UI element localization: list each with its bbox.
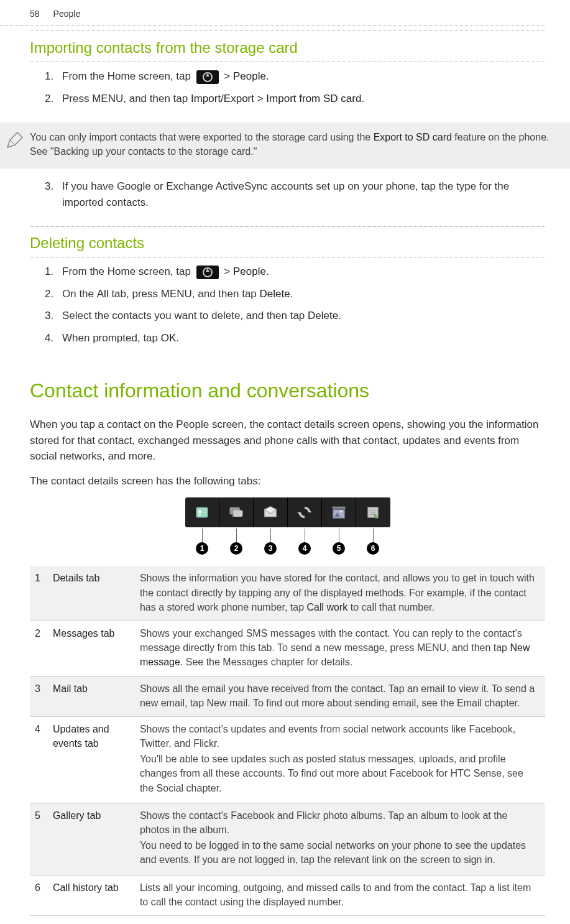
page-header: 58 People <box>0 0 545 26</box>
tab-description: Shows the contact's Facebook and Flickr … <box>135 803 545 875</box>
callout-number: 5 <box>333 542 345 555</box>
step: 3. Select the contacts you want to delet… <box>62 308 545 324</box>
people-label: People <box>233 266 266 277</box>
callout-number: 2 <box>230 542 242 555</box>
callout: 3 <box>254 529 288 555</box>
step-number: 1. <box>45 68 53 85</box>
table-row: 4Updates and events tabShows the contact… <box>30 716 545 803</box>
svg-rect-4 <box>203 510 206 511</box>
importing-steps-continued: 3. If you have Google or Exchange Active… <box>30 172 545 223</box>
subheading-importing: Importing contacts from the storage card <box>30 30 545 62</box>
subheading-deleting: Deleting contacts <box>30 229 545 257</box>
updates-tab-icon <box>288 497 322 527</box>
callout-row: 1 2 3 4 5 6 <box>185 529 390 555</box>
step-text: . <box>361 93 364 104</box>
tab-name: Updates and events tab <box>48 716 135 803</box>
step-number: 2. <box>45 286 53 302</box>
tabs-figure: 1 2 3 4 5 6 <box>185 497 390 555</box>
people-label: People <box>233 70 266 82</box>
mail-tab-icon <box>254 497 288 527</box>
step-text: . <box>266 70 269 82</box>
svg-rect-7 <box>233 511 242 517</box>
tab-number: 4 <box>30 716 48 803</box>
step-text: If you have Google or Exchange ActiveSyn… <box>62 180 509 208</box>
step-text: From the Home screen, tap <box>62 70 194 82</box>
page-number: 58 <box>30 7 40 21</box>
tab-name: Messages tab <box>48 621 135 676</box>
svg-line-1 <box>17 132 22 137</box>
note-box: You can only import contacts that were e… <box>0 122 570 169</box>
svg-point-13 <box>340 511 342 513</box>
apps-icon <box>196 70 219 84</box>
tab-description: Shows your exchanged SMS messages with t… <box>135 621 545 676</box>
step: 1. From the Home screen, tap > People. <box>62 264 545 280</box>
step-text: . <box>266 266 269 277</box>
step-number: 3. <box>45 308 53 324</box>
step: 1. From the Home screen, tap > People. <box>62 68 545 85</box>
step: 3. If you have Google or Exchange Active… <box>62 178 545 210</box>
table-row: 5Gallery tabShows the contact's Facebook… <box>30 803 545 875</box>
tab-name: Details tab <box>48 566 135 621</box>
page-section-name: People <box>53 7 81 21</box>
tab-name: Call history tab <box>48 875 135 915</box>
feature-name: Export to SD card <box>374 132 452 142</box>
callout-number: 3 <box>264 542 277 555</box>
table-row: 6Call history tabLists all your incoming… <box>30 875 545 915</box>
tab-number: 2 <box>30 621 48 676</box>
table-row: 2Messages tabShows your exchanged SMS me… <box>30 621 545 676</box>
callout: 4 <box>288 529 322 555</box>
table-row: 3Mail tabShows all the email you have re… <box>30 676 545 716</box>
tab-name: Gallery tab <box>48 803 135 875</box>
gallery-tab-icon <box>322 497 356 527</box>
intro-para: When you tap a contact on the People scr… <box>30 417 545 464</box>
importing-steps: 1. From the Home screen, tap > People. 2… <box>30 62 545 119</box>
step-number: 3. <box>45 178 53 195</box>
intro-para-2: The contact details screen has the follo… <box>30 473 545 489</box>
step-text: > <box>221 70 233 82</box>
svg-rect-5 <box>203 512 206 513</box>
callout-number: 4 <box>298 542 311 555</box>
step-text: Press MENU, and then tap <box>62 93 191 104</box>
step-number: 4. <box>45 330 53 346</box>
tab-number: 5 <box>30 803 48 875</box>
svg-point-3 <box>198 511 201 514</box>
tab-name: Mail tab <box>48 676 135 716</box>
menu-path: Import/Export > Import from SD card <box>191 93 361 104</box>
tab-number: 1 <box>30 566 48 621</box>
tabs-bar <box>185 497 390 527</box>
step: 2. On the All tab, press MENU, and then … <box>62 286 545 302</box>
apps-icon <box>196 266 219 279</box>
tab-description: Shows the contact's updates and events f… <box>135 716 545 803</box>
step-text: From the Home screen, tap <box>62 266 194 277</box>
svg-rect-10 <box>333 507 346 509</box>
pencil-icon <box>5 130 25 150</box>
call-history-tab-icon <box>356 497 390 527</box>
svg-line-0 <box>10 140 15 145</box>
callout: 1 <box>185 529 219 555</box>
deleting-steps: 1. From the Home screen, tap > People. 2… <box>30 257 545 358</box>
details-tab-icon <box>185 497 219 527</box>
tab-description: Lists all your incoming, outgoing, and m… <box>135 875 545 915</box>
main-heading-contact-info: Contact information and conversations <box>30 376 545 405</box>
tabs-description-table: 1Details tabShows the information you ha… <box>30 566 545 916</box>
step-number: 1. <box>45 264 53 280</box>
note-text: You can only import contacts that were e… <box>30 130 558 159</box>
callout-number: 1 <box>196 542 208 555</box>
svg-rect-11 <box>333 510 345 519</box>
step-text: > <box>221 266 233 277</box>
messages-tab-icon <box>219 497 254 527</box>
step: 2. Press MENU, and then tap Import/Expor… <box>62 91 545 107</box>
table-row: 1Details tabShows the information you ha… <box>30 566 545 621</box>
callout-number: 6 <box>367 542 379 555</box>
callout: 5 <box>322 529 356 555</box>
step-number: 2. <box>45 91 53 107</box>
tab-description: Shows all the email you have received fr… <box>135 676 545 716</box>
callout: 2 <box>219 529 254 555</box>
tab-number: 3 <box>30 676 48 716</box>
tab-number: 6 <box>30 875 48 915</box>
step: 4. When prompted, tap OK. <box>62 330 545 346</box>
tab-description: Shows the information you have stored fo… <box>135 566 545 621</box>
callout: 6 <box>356 529 390 555</box>
